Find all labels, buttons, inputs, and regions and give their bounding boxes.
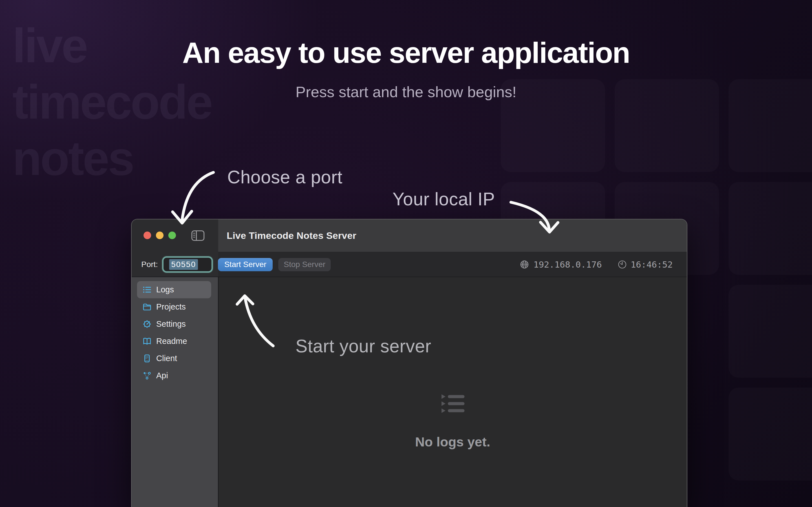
page-title: An easy to use server application [0,36,812,69]
watermark-line: timecode [12,74,211,130]
sidebar-item-label: Api [156,371,168,380]
sidebar-toggle-button[interactable] [191,230,205,241]
background-tile [728,388,812,481]
sidebar-item-client[interactable]: Client [137,350,211,367]
sidebar-item-logs[interactable]: Logs [137,281,211,298]
status-cluster: 192.168.0.176 16:46:52 [520,260,673,270]
annotation-your-local-ip: Your local IP [393,189,495,210]
empty-message: No logs yet. [218,434,687,450]
sidebar-item-label: Settings [156,320,186,329]
stop-server-label: Stop Server [284,260,325,269]
port-input[interactable]: 50550 [162,256,213,273]
clock-time-value: 16:46:52 [631,260,673,270]
marketing-page: live timecode notes An easy to use serve… [0,0,812,507]
gear-icon [143,320,151,328]
background-tile [728,182,812,275]
sidebar-item-projects[interactable]: Projects [137,298,211,316]
sidebar-item-label: Readme [156,337,187,346]
network-nodes-icon [143,371,151,380]
app-window: Live Timecode Notes Server Port: 50550 S… [131,219,688,507]
main-content [218,277,687,507]
book-icon [143,337,151,346]
background-tile [728,285,812,378]
sidebar-item-label: Projects [156,302,186,312]
sidebar-item-api[interactable]: Api [137,367,211,384]
sidebar-item-label: Logs [156,285,174,294]
list-bullet-icon [143,285,151,294]
annotation-start-your-server: Start your server [296,336,432,356]
device-icon [143,354,151,363]
zoom-button[interactable] [168,231,176,239]
window-title: Live Timecode Notes Server [227,219,356,252]
toolbar: Port: 50550 Start Server Stop Server [132,252,687,277]
start-server-label: Start Server [224,260,266,269]
start-server-button[interactable]: Start Server [218,258,273,271]
local-ip-value: 192.168.0.176 [534,260,602,270]
empty-list-icon [441,394,465,413]
sidebar-nav: Logs Projects [132,281,218,384]
watermark-line: notes [12,130,211,186]
sidebar-item-settings[interactable]: Settings [137,316,211,333]
clock-icon [618,260,627,269]
stop-server-button[interactable]: Stop Server [278,258,331,271]
logs-empty-state: No logs yet. [218,394,687,450]
sidebar-toggle-icon [191,230,205,241]
page-subtitle: Press start and the show begins! [0,83,812,101]
globe-icon [520,260,529,269]
port-label: Port: [141,260,158,269]
sidebar-item-readme[interactable]: Readme [137,333,211,350]
sidebar-item-label: Client [156,354,177,363]
close-button[interactable] [144,231,151,239]
port-value-selected: 50550 [169,259,198,270]
annotation-choose-port: Choose a port [227,167,343,187]
minimize-button[interactable] [156,231,163,239]
folder-icon [143,302,151,311]
